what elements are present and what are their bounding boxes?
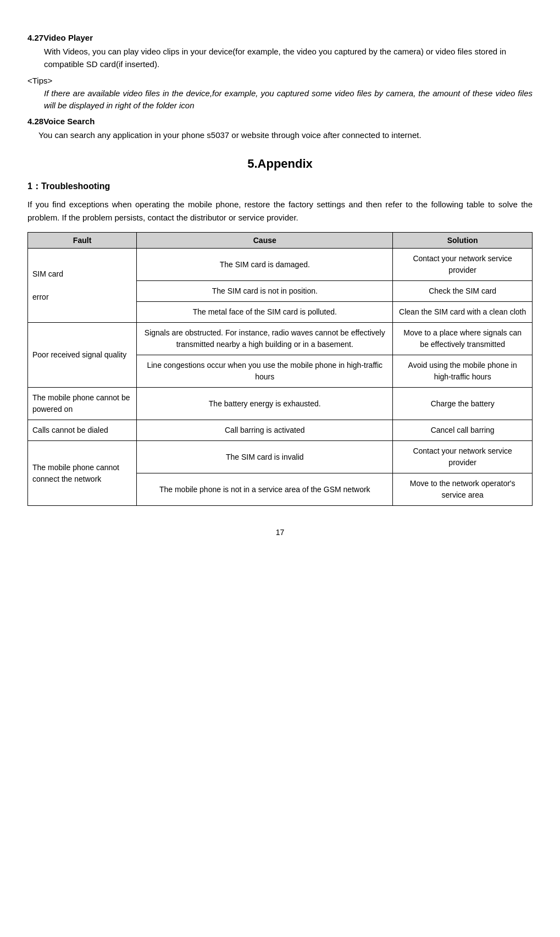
tips-label: <Tips>: [27, 76, 52, 85]
tips-italic: If there are available video files in th…: [27, 87, 533, 112]
solution-move-signal: Move to a place where signals can be eff…: [393, 323, 533, 355]
table-row: Poor received signal quality Signals are…: [28, 323, 533, 355]
video-player-heading: 4.27Video Player: [27, 33, 533, 42]
cause-sim-not-in-position: The SIM card is not in position.: [137, 281, 393, 302]
fault-no-network: The mobile phone cannot connect the netw…: [28, 441, 137, 506]
cause-signals-obstructed: Signals are obstructed. For instance, ra…: [137, 323, 393, 355]
solution-clean-sim: Clean the SIM card with a clean cloth: [393, 302, 533, 323]
tips-block: <Tips> If there are available video file…: [27, 75, 533, 112]
table-row: SIM carderror The SIM card is damaged. C…: [28, 249, 533, 281]
solution-contact-provider-2: Contact your network service provider: [393, 441, 533, 473]
voice-search-heading: 4.28Voice Search: [27, 117, 533, 126]
fault-calls-dialed: Calls cannot be dialed: [28, 420, 137, 441]
solution-cancel-barring: Cancel call barring: [393, 420, 533, 441]
solution-check-sim: Check the SIM card: [393, 281, 533, 302]
cause-sim-invalid: The SIM card is invalid: [137, 441, 393, 473]
cause-sim-polluted: The metal face of the SIM card is pollut…: [137, 302, 393, 323]
troubleshooting-heading: 1：Troubleshooting: [27, 181, 533, 192]
fault-sim-card: SIM carderror: [28, 249, 137, 323]
table-header-row: Fault Cause Solution: [28, 233, 533, 249]
fault-no-power: The mobile phone cannot be powered on: [28, 388, 137, 420]
cause-call-barring: Call barring is activated: [137, 420, 393, 441]
video-player-body: With Videos, you can play video clips in…: [27, 46, 533, 70]
voice-search-body: You can search any application in your p…: [27, 129, 533, 142]
solution-avoid-high-traffic: Avoid using the mobile phone in high-tra…: [393, 355, 533, 388]
cause-line-congestion: Line congestions occur when you use the …: [137, 355, 393, 388]
cause-not-in-service-area: The mobile phone is not in a service are…: [137, 473, 393, 506]
voice-search-section: 4.28Voice Search You can search any appl…: [27, 117, 533, 142]
cause-battery-exhausted: The battery energy is exhausted.: [137, 388, 393, 420]
col-solution: Solution: [393, 233, 533, 249]
col-cause: Cause: [137, 233, 393, 249]
solution-charge-battery: Charge the battery: [393, 388, 533, 420]
fault-poor-signal: Poor received signal quality: [28, 323, 137, 388]
table-row: The mobile phone cannot be powered on Th…: [28, 388, 533, 420]
cause-sim-damaged: The SIM card is damaged.: [137, 249, 393, 281]
table-row: The mobile phone cannot connect the netw…: [28, 441, 533, 473]
solution-move-service-area: Move to the network operator's service a…: [393, 473, 533, 506]
table-row: Calls cannot be dialed Call barring is a…: [28, 420, 533, 441]
troubleshooting-intro: If you find exceptions when operating th…: [27, 198, 533, 224]
troubleshooting-table: Fault Cause Solution SIM carderror The S…: [27, 232, 533, 506]
chapter-title: 5.Appendix: [27, 157, 533, 171]
solution-contact-provider-1: Contact your network service provider: [393, 249, 533, 281]
video-player-section: 4.27Video Player With Videos, you can pl…: [27, 33, 533, 112]
page-number: 17: [27, 528, 533, 537]
col-fault: Fault: [28, 233, 137, 249]
